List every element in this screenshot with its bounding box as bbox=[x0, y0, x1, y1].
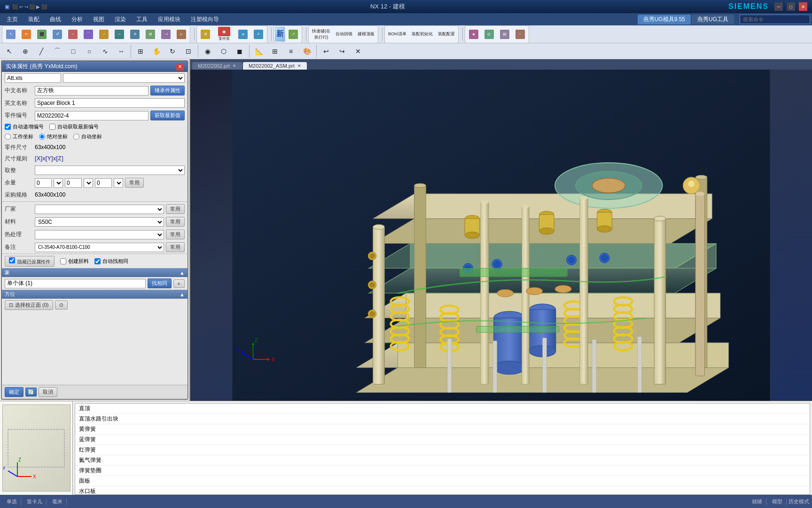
tb-zoom-btn[interactable]: ⊞ bbox=[133, 44, 148, 59]
add-body-btn[interactable]: + bbox=[173, 279, 185, 288]
tab-yanxiu-mold[interactable]: 燕秀UG模具9.55 bbox=[638, 15, 691, 24]
english-name-input[interactable] bbox=[35, 98, 185, 108]
auto-find-similar-checkbox[interactable]: 自动找相同 bbox=[94, 258, 128, 265]
list-item-nitrogen-spring[interactable]: 氮气弹簧 bbox=[75, 455, 810, 466]
tb-rotate-btn[interactable]: ↻ bbox=[165, 44, 180, 59]
tb-sketch-btn[interactable]: ✏ bbox=[19, 27, 34, 42]
tb-core-btn[interactable]: ◎ bbox=[482, 27, 497, 42]
refresh-btn[interactable]: 获取最新值 bbox=[150, 111, 185, 120]
tb-dim-btn[interactable]: ↔ bbox=[114, 44, 129, 59]
tb-select2-btn[interactable]: ↖ bbox=[2, 44, 17, 59]
confirm-btn[interactable]: 确定 bbox=[5, 387, 23, 397]
margin-x-dropdown[interactable]: ▼ bbox=[54, 178, 63, 188]
part-number-input[interactable] bbox=[35, 111, 148, 120]
list-item-hong-spring[interactable]: 红弹簧 bbox=[75, 445, 810, 455]
tb-redo-btn[interactable]: ↪ bbox=[335, 44, 350, 59]
dialog-close-btn[interactable]: ✕ bbox=[176, 63, 184, 71]
menu-analysis[interactable]: 分析 bbox=[67, 15, 87, 24]
radio-work-coord[interactable]: 工作坐标 bbox=[5, 133, 33, 140]
tb-draft-btn[interactable]: ▷ bbox=[174, 27, 189, 42]
tb-lifter-btn[interactable]: ↑ bbox=[513, 27, 528, 42]
direction-orient-btn[interactable]: ⊙ bbox=[55, 301, 68, 310]
list-item-panel[interactable]: 面板 bbox=[75, 476, 810, 486]
margin-x-input[interactable] bbox=[35, 178, 52, 188]
single-body-input[interactable] bbox=[5, 279, 146, 288]
chinese-name-input[interactable] bbox=[35, 86, 148, 95]
asm-tab-close[interactable]: ✕ bbox=[297, 64, 301, 68]
margin-common-btn[interactable]: 常用 bbox=[125, 178, 144, 188]
tb-open-btn[interactable]: ↗ bbox=[286, 27, 301, 42]
tb-waterline-btn[interactable]: ⌀ bbox=[235, 27, 250, 42]
auto-fetch-num-checkbox[interactable]: 自动获取最新编号 bbox=[49, 123, 99, 130]
margin-y-dropdown[interactable]: ▼ bbox=[84, 178, 93, 188]
tb-wire-btn[interactable]: ⬡ bbox=[216, 44, 231, 59]
margin-z-dropdown[interactable]: ▼ bbox=[114, 178, 123, 188]
alignment-select[interactable] bbox=[35, 166, 185, 175]
cancel-btn[interactable]: 取消 bbox=[39, 387, 57, 397]
tb-revolve-btn[interactable]: ↺ bbox=[50, 27, 65, 42]
heat-treatment-common-btn[interactable]: 常用 bbox=[166, 230, 185, 239]
viewport-tab-part[interactable]: M2022002.prt ✕ bbox=[192, 62, 242, 70]
radio-absolute-coord[interactable]: 绝对坐标 bbox=[39, 133, 68, 140]
margin-y-input[interactable] bbox=[65, 178, 82, 188]
material-common-btn[interactable]: 常用 bbox=[166, 217, 185, 227]
tb-select-btn[interactable]: ↖ bbox=[3, 27, 18, 42]
select-face-btn[interactable]: ⊡ 选择校正面 (0) bbox=[5, 300, 53, 310]
tb-pan-btn[interactable]: ✋ bbox=[149, 44, 164, 59]
menu-render[interactable]: 渲染 bbox=[110, 15, 131, 24]
radio-auto-coord[interactable]: 自动坐标 bbox=[73, 133, 102, 140]
tb-move-btn[interactable]: ✛ bbox=[127, 27, 142, 42]
apply-btn[interactable]: 🔄 bbox=[25, 388, 37, 397]
tb-boolean-btn[interactable]: ∩ bbox=[112, 27, 127, 42]
tab-yanxiu-ug[interactable]: 燕秀UG工具 bbox=[692, 15, 734, 24]
dialog-title-bar[interactable]: 实体属性 (燕秀 YxMold.com) ✕ bbox=[2, 61, 187, 72]
tb-assembly-init-btn[interactable]: 装配初始化 bbox=[409, 27, 435, 42]
menu-curve[interactable]: 曲线 bbox=[45, 15, 66, 24]
tb-fit-btn[interactable]: ⊡ bbox=[181, 44, 196, 59]
auto-num-checkbox[interactable]: 自动递增编号 bbox=[5, 123, 44, 130]
viewport-tab-asm[interactable]: M2022002_ASM.prt ✕ bbox=[243, 62, 307, 70]
tb-measure-btn[interactable]: 📐 bbox=[251, 44, 266, 59]
tb-bom-btn[interactable]: BOM清单 bbox=[386, 27, 409, 42]
tb-assembly-cfg-btn[interactable]: 装配配置 bbox=[436, 27, 457, 42]
tb-line-btn[interactable]: ╱ bbox=[34, 44, 49, 59]
list-item-spring-washer[interactable]: 弹簧垫圈 bbox=[75, 466, 810, 476]
tb-extrude-btn[interactable]: ⬛ bbox=[34, 27, 49, 42]
tb-pattern-btn[interactable]: ⊞ bbox=[143, 27, 158, 42]
menu-moldwizard[interactable]: 注塑模向导 bbox=[186, 15, 224, 24]
tb-auto-mirror-btn[interactable]: 自动回镜 bbox=[333, 27, 355, 42]
tb-cut-plane-btn[interactable]: ⊞ bbox=[267, 44, 282, 59]
tb-mirror-btn[interactable]: ⊣ bbox=[158, 27, 173, 42]
find-similar-btn[interactable]: 找相同 bbox=[148, 278, 172, 288]
att-field[interactable] bbox=[5, 73, 61, 83]
search-input[interactable] bbox=[740, 15, 810, 24]
object-section-header[interactable]: 象 ▲ bbox=[2, 268, 187, 277]
part-tab-close[interactable]: ✕ bbox=[233, 64, 236, 68]
note-select[interactable]: CI-3540-A70-B100-C100 bbox=[35, 243, 164, 252]
tb-mold-top-btn[interactable]: 建模顶板 bbox=[355, 27, 377, 42]
window-controls[interactable]: ─ □ ✕ bbox=[774, 2, 807, 11]
tb-slider-btn[interactable]: ▤ bbox=[497, 27, 512, 42]
vendor-select[interactable] bbox=[35, 205, 164, 214]
tb-waterline2-btn[interactable]: ≡ bbox=[251, 27, 266, 42]
create-billet-checkbox[interactable]: 创建胚料 bbox=[60, 258, 89, 265]
tb-delete-btn[interactable]: ✕ bbox=[351, 44, 366, 59]
material-select[interactable]: S50C bbox=[35, 217, 164, 227]
att-select[interactable] bbox=[63, 73, 185, 83]
tb-arc-btn[interactable]: ⌒ bbox=[50, 44, 65, 59]
tb-partlib-btn[interactable]: ▣ 零件库 bbox=[213, 27, 235, 42]
note-common-btn[interactable]: 常用 bbox=[166, 242, 185, 252]
tb-quick-insert-btn[interactable]: 快速键(在 执行行) bbox=[310, 27, 333, 42]
tb-hole-btn[interactable]: ○ bbox=[65, 27, 80, 42]
tb-part-btn[interactable]: ⚙ bbox=[198, 27, 213, 42]
vendor-common-btn[interactable]: 常用 bbox=[166, 204, 185, 214]
tb-spline-btn[interactable]: ∿ bbox=[98, 44, 113, 59]
tb-color-btn[interactable]: 🎨 bbox=[299, 44, 314, 59]
menu-view[interactable]: 视图 bbox=[88, 15, 109, 24]
list-item-lan-spring[interactable]: 蓝弹簧 bbox=[75, 435, 810, 445]
tb-shade-btn[interactable]: ◼ bbox=[232, 44, 247, 59]
tb-chamfer-btn[interactable]: ⟋ bbox=[96, 27, 111, 42]
minimize-btn[interactable]: ─ bbox=[774, 2, 783, 11]
maximize-btn[interactable]: □ bbox=[787, 2, 795, 11]
menu-home[interactable]: 主页 bbox=[2, 15, 23, 24]
